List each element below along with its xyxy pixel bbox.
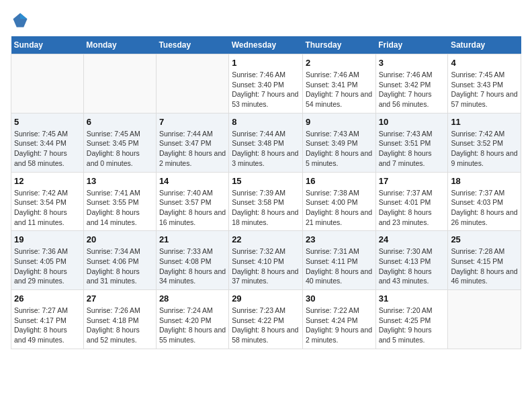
calendar-cell: 23Sunrise: 7:31 AM Sunset: 4:11 PM Dayli… — [302, 231, 375, 290]
weekday-header: Tuesday — [156, 36, 228, 54]
day-info: Sunrise: 7:20 AM Sunset: 4:25 PM Dayligh… — [379, 306, 445, 345]
day-info: Sunrise: 7:34 AM Sunset: 4:06 PM Dayligh… — [87, 246, 153, 286]
day-number: 4 — [451, 58, 518, 68]
day-number: 9 — [306, 117, 373, 127]
day-number: 18 — [451, 176, 518, 186]
calendar-cell: 27Sunrise: 7:26 AM Sunset: 4:18 PM Dayli… — [83, 290, 156, 349]
day-info: Sunrise: 7:45 AM Sunset: 3:45 PM Dayligh… — [87, 129, 153, 169]
day-number: 21 — [159, 234, 226, 244]
day-number: 30 — [306, 293, 373, 304]
calendar-cell: 15Sunrise: 7:39 AM Sunset: 3:58 PM Dayli… — [229, 172, 303, 231]
calendar-cell: 2Sunrise: 7:46 AM Sunset: 3:41 PM Daylig… — [302, 54, 375, 113]
day-number: 24 — [379, 234, 445, 244]
weekday-header: Saturday — [448, 36, 521, 54]
calendar-cell: 22Sunrise: 7:32 AM Sunset: 4:10 PM Dayli… — [229, 231, 303, 290]
calendar-cell: 7Sunrise: 7:44 AM Sunset: 3:47 PM Daylig… — [156, 113, 228, 172]
day-number: 31 — [379, 293, 445, 304]
day-number: 8 — [232, 117, 300, 127]
day-number: 5 — [14, 117, 81, 127]
day-number: 19 — [14, 234, 81, 244]
page-header — [11, 11, 521, 30]
calendar-cell — [448, 290, 521, 349]
calendar-cell: 14Sunrise: 7:40 AM Sunset: 3:57 PM Dayli… — [156, 172, 228, 231]
day-info: Sunrise: 7:45 AM Sunset: 3:44 PM Dayligh… — [14, 129, 81, 169]
calendar-cell: 3Sunrise: 7:46 AM Sunset: 3:42 PM Daylig… — [375, 54, 448, 113]
calendar-cell: 24Sunrise: 7:30 AM Sunset: 4:13 PM Dayli… — [375, 231, 448, 290]
calendar-week-row: 19Sunrise: 7:36 AM Sunset: 4:05 PM Dayli… — [11, 231, 521, 290]
calendar-week-row: 26Sunrise: 7:27 AM Sunset: 4:17 PM Dayli… — [11, 290, 521, 349]
day-info: Sunrise: 7:45 AM Sunset: 3:43 PM Dayligh… — [451, 70, 518, 109]
day-number: 16 — [306, 176, 373, 186]
day-number: 27 — [87, 293, 153, 304]
day-number: 26 — [14, 293, 81, 304]
day-info: Sunrise: 7:42 AM Sunset: 3:52 PM Dayligh… — [451, 129, 518, 169]
calendar-cell — [83, 54, 156, 113]
day-info: Sunrise: 7:42 AM Sunset: 3:54 PM Dayligh… — [14, 188, 81, 228]
day-number: 13 — [87, 176, 153, 186]
logo — [11, 11, 32, 30]
calendar-cell: 25Sunrise: 7:28 AM Sunset: 4:15 PM Dayli… — [448, 231, 521, 290]
calendar-cell: 12Sunrise: 7:42 AM Sunset: 3:54 PM Dayli… — [11, 172, 84, 231]
day-info: Sunrise: 7:36 AM Sunset: 4:05 PM Dayligh… — [14, 246, 81, 286]
day-info: Sunrise: 7:33 AM Sunset: 4:08 PM Dayligh… — [159, 246, 226, 286]
calendar-cell: 4Sunrise: 7:45 AM Sunset: 3:43 PM Daylig… — [448, 54, 521, 113]
day-number: 17 — [379, 176, 445, 186]
day-number: 2 — [306, 58, 373, 68]
calendar-cell — [156, 54, 228, 113]
day-number: 11 — [451, 117, 518, 127]
day-info: Sunrise: 7:44 AM Sunset: 3:48 PM Dayligh… — [232, 129, 300, 169]
day-number: 14 — [159, 176, 226, 186]
calendar-cell: 19Sunrise: 7:36 AM Sunset: 4:05 PM Dayli… — [11, 231, 84, 290]
calendar-cell: 9Sunrise: 7:43 AM Sunset: 3:49 PM Daylig… — [302, 113, 375, 172]
day-number: 25 — [451, 234, 518, 244]
day-number: 23 — [306, 234, 373, 244]
calendar-cell: 28Sunrise: 7:24 AM Sunset: 4:20 PM Dayli… — [156, 290, 228, 349]
day-info: Sunrise: 7:23 AM Sunset: 4:22 PM Dayligh… — [232, 306, 300, 345]
calendar-table: SundayMondayTuesdayWednesdayThursdayFrid… — [11, 36, 521, 349]
day-number: 15 — [232, 176, 300, 186]
calendar-cell: 13Sunrise: 7:41 AM Sunset: 3:55 PM Dayli… — [83, 172, 156, 231]
day-info: Sunrise: 7:37 AM Sunset: 4:01 PM Dayligh… — [379, 188, 445, 228]
calendar-cell: 6Sunrise: 7:45 AM Sunset: 3:45 PM Daylig… — [83, 113, 156, 172]
calendar-cell: 31Sunrise: 7:20 AM Sunset: 4:25 PM Dayli… — [375, 290, 448, 349]
day-info: Sunrise: 7:27 AM Sunset: 4:17 PM Dayligh… — [14, 306, 81, 345]
weekday-header: Friday — [375, 36, 448, 54]
calendar-cell: 11Sunrise: 7:42 AM Sunset: 3:52 PM Dayli… — [448, 113, 521, 172]
day-number: 3 — [379, 58, 445, 68]
day-info: Sunrise: 7:41 AM Sunset: 3:55 PM Dayligh… — [87, 188, 153, 228]
day-info: Sunrise: 7:30 AM Sunset: 4:13 PM Dayligh… — [379, 246, 445, 286]
day-info: Sunrise: 7:32 AM Sunset: 4:10 PM Dayligh… — [232, 246, 300, 286]
day-number: 28 — [159, 293, 226, 304]
weekday-header: Sunday — [11, 36, 84, 54]
calendar-cell: 10Sunrise: 7:43 AM Sunset: 3:51 PM Dayli… — [375, 113, 448, 172]
day-number: 12 — [14, 176, 81, 186]
day-info: Sunrise: 7:46 AM Sunset: 3:40 PM Dayligh… — [232, 70, 300, 109]
logo-icon — [11, 11, 30, 30]
calendar-cell: 29Sunrise: 7:23 AM Sunset: 4:22 PM Dayli… — [229, 290, 303, 349]
calendar-cell: 17Sunrise: 7:37 AM Sunset: 4:01 PM Dayli… — [375, 172, 448, 231]
calendar-week-row: 1Sunrise: 7:46 AM Sunset: 3:40 PM Daylig… — [11, 54, 521, 113]
calendar-cell: 20Sunrise: 7:34 AM Sunset: 4:06 PM Dayli… — [83, 231, 156, 290]
day-info: Sunrise: 7:46 AM Sunset: 3:41 PM Dayligh… — [306, 70, 373, 109]
svg-marker-1 — [20, 13, 28, 19]
calendar-cell: 5Sunrise: 7:45 AM Sunset: 3:44 PM Daylig… — [11, 113, 84, 172]
calendar-cell — [11, 54, 84, 113]
calendar-cell: 26Sunrise: 7:27 AM Sunset: 4:17 PM Dayli… — [11, 290, 84, 349]
day-number: 1 — [232, 58, 300, 68]
day-info: Sunrise: 7:43 AM Sunset: 3:51 PM Dayligh… — [379, 129, 445, 169]
day-info: Sunrise: 7:37 AM Sunset: 4:03 PM Dayligh… — [451, 188, 518, 228]
calendar-week-row: 5Sunrise: 7:45 AM Sunset: 3:44 PM Daylig… — [11, 113, 521, 172]
day-info: Sunrise: 7:43 AM Sunset: 3:49 PM Dayligh… — [306, 129, 373, 169]
day-info: Sunrise: 7:28 AM Sunset: 4:15 PM Dayligh… — [451, 246, 518, 286]
weekday-header: Wednesday — [229, 36, 303, 54]
day-info: Sunrise: 7:38 AM Sunset: 4:00 PM Dayligh… — [306, 188, 373, 228]
calendar-cell: 21Sunrise: 7:33 AM Sunset: 4:08 PM Dayli… — [156, 231, 228, 290]
day-info: Sunrise: 7:31 AM Sunset: 4:11 PM Dayligh… — [306, 246, 373, 286]
day-info: Sunrise: 7:40 AM Sunset: 3:57 PM Dayligh… — [159, 188, 226, 228]
day-number: 22 — [232, 234, 300, 244]
weekday-header: Thursday — [302, 36, 375, 54]
weekday-header: Monday — [83, 36, 156, 54]
day-number: 6 — [87, 117, 153, 127]
day-info: Sunrise: 7:22 AM Sunset: 4:24 PM Dayligh… — [306, 306, 373, 345]
day-number: 20 — [87, 234, 153, 244]
